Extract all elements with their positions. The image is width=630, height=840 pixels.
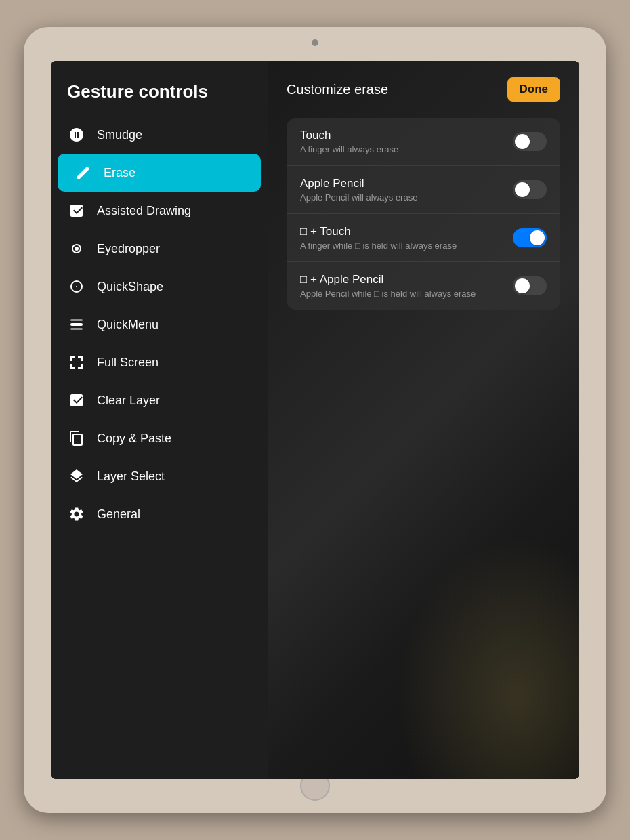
quickmenu-icon: [67, 315, 86, 334]
sidebar-item-general[interactable]: General: [51, 495, 268, 533]
sidebar-item-copy-paste[interactable]: Copy & Paste: [51, 419, 268, 457]
sidebar-item-clear-layer[interactable]: Clear Layer: [51, 381, 268, 419]
svg-point-0: [75, 247, 79, 251]
sidebar-item-erase[interactable]: Erase: [58, 154, 261, 192]
setting-sublabel-square-touch: A finger while □ is held will always era…: [300, 240, 499, 251]
layer-select-icon: [67, 467, 86, 486]
ipad-screen: Gesture controls Smudge Erase: [51, 61, 579, 779]
sidebar: Gesture controls Smudge Erase: [51, 61, 268, 779]
sidebar-label-copy-paste: Copy & Paste: [97, 432, 171, 446]
general-icon: [67, 505, 86, 524]
setting-label-square-touch: □ + Touch: [300, 225, 499, 238]
eyedropper-icon: [67, 239, 86, 258]
erase-icon: [74, 163, 93, 182]
setting-text-square-apple-pencil: □ + Apple Pencil Apple Pencil while □ is…: [300, 273, 513, 299]
sidebar-item-smudge[interactable]: Smudge: [51, 116, 268, 154]
sidebar-item-layer-select[interactable]: Layer Select: [51, 457, 268, 495]
setting-label-square-apple-pencil: □ + Apple Pencil: [300, 273, 499, 287]
fullscreen-icon: [67, 353, 86, 372]
ipad-frame: Gesture controls Smudge Erase: [24, 27, 606, 813]
toggle-knob-square-apple-pencil: [515, 278, 530, 293]
sidebar-label-eyedropper: Eyedropper: [97, 242, 160, 256]
toggle-square-apple-pencil[interactable]: [513, 276, 547, 295]
svg-point-1: [76, 286, 77, 287]
toggle-square-touch[interactable]: [513, 228, 547, 247]
toggle-knob-apple-pencil: [515, 182, 530, 197]
sidebar-item-quickmenu[interactable]: QuickMenu: [51, 306, 268, 343]
sidebar-item-quickshape[interactable]: QuickShape: [51, 268, 268, 306]
setting-sublabel-touch: A finger will always erase: [300, 144, 499, 154]
setting-row-apple-pencil[interactable]: Apple Pencil Apple Pencil will always er…: [287, 166, 560, 214]
toggle-touch[interactable]: [513, 132, 547, 151]
setting-sublabel-square-apple-pencil: Apple Pencil while □ is held will always…: [300, 289, 499, 299]
sidebar-title: Gesture controls: [51, 81, 268, 116]
sidebar-label-layer-select: Layer Select: [97, 469, 165, 484]
ipad-camera: [312, 39, 318, 46]
setting-text-square-touch: □ + Touch A finger while □ is held will …: [300, 225, 513, 251]
main-panel: Customize erase Done Touch A finger will…: [268, 61, 579, 326]
sidebar-label-clear-layer: Clear Layer: [97, 394, 160, 408]
done-button[interactable]: Done: [507, 77, 561, 102]
main-title: Customize erase: [287, 82, 388, 98]
sidebar-label-smudge: Smudge: [97, 128, 142, 142]
toggle-knob-touch: [515, 134, 530, 149]
settings-container: Touch A finger will always erase Apple P…: [287, 118, 560, 310]
main-content: Customize erase Done Touch A finger will…: [268, 61, 579, 779]
smudge-icon: [67, 125, 86, 144]
setting-row-square-apple-pencil[interactable]: □ + Apple Pencil Apple Pencil while □ is…: [287, 262, 560, 310]
main-header: Customize erase Done: [287, 77, 560, 102]
sidebar-label-quickmenu: QuickMenu: [97, 318, 159, 332]
svg-rect-3: [70, 323, 83, 326]
toggle-apple-pencil[interactable]: [513, 180, 547, 199]
sidebar-item-eyedropper[interactable]: Eyedropper: [51, 230, 268, 268]
sidebar-item-full-screen[interactable]: Full Screen: [51, 343, 268, 381]
quickshape-icon: [67, 277, 86, 296]
assisted-drawing-icon: [67, 201, 86, 220]
svg-rect-4: [70, 319, 83, 321]
sidebar-label-assisted-drawing: Assisted Drawing: [97, 204, 191, 218]
sidebar-label-general: General: [97, 507, 140, 522]
sidebar-label-erase: Erase: [104, 166, 135, 180]
svg-rect-5: [70, 328, 83, 330]
setting-text-apple-pencil: Apple Pencil Apple Pencil will always er…: [300, 177, 513, 203]
setting-label-touch: Touch: [300, 129, 499, 142]
clear-layer-icon: [67, 391, 86, 410]
setting-text-touch: Touch A finger will always erase: [300, 129, 513, 154]
sidebar-label-quickshape: QuickShape: [97, 280, 163, 294]
sidebar-label-full-screen: Full Screen: [97, 356, 159, 370]
setting-label-apple-pencil: Apple Pencil: [300, 177, 499, 190]
copy-paste-icon: [67, 429, 86, 448]
setting-sublabel-apple-pencil: Apple Pencil will always erase: [300, 192, 499, 203]
sidebar-item-assisted-drawing[interactable]: Assisted Drawing: [51, 192, 268, 230]
setting-row-touch[interactable]: Touch A finger will always erase: [287, 118, 560, 166]
toggle-knob-square-touch: [530, 230, 545, 245]
setting-row-square-touch[interactable]: □ + Touch A finger while □ is held will …: [287, 214, 560, 262]
